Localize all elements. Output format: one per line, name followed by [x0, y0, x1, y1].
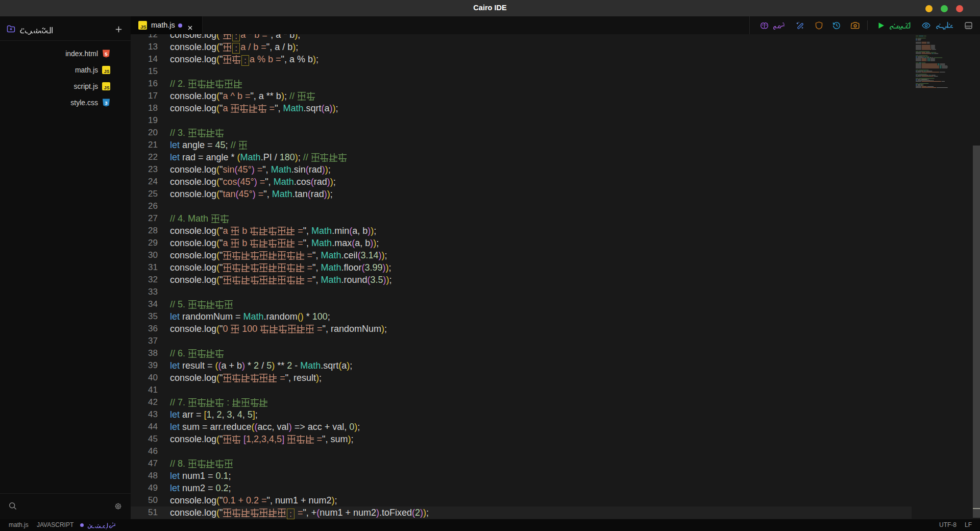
svg-text:JS: JS: [104, 85, 109, 90]
svg-text:JS: JS: [140, 24, 146, 30]
svg-text:JS: JS: [104, 69, 109, 74]
svg-text:5: 5: [105, 51, 108, 57]
svg-text:3: 3: [105, 100, 107, 106]
